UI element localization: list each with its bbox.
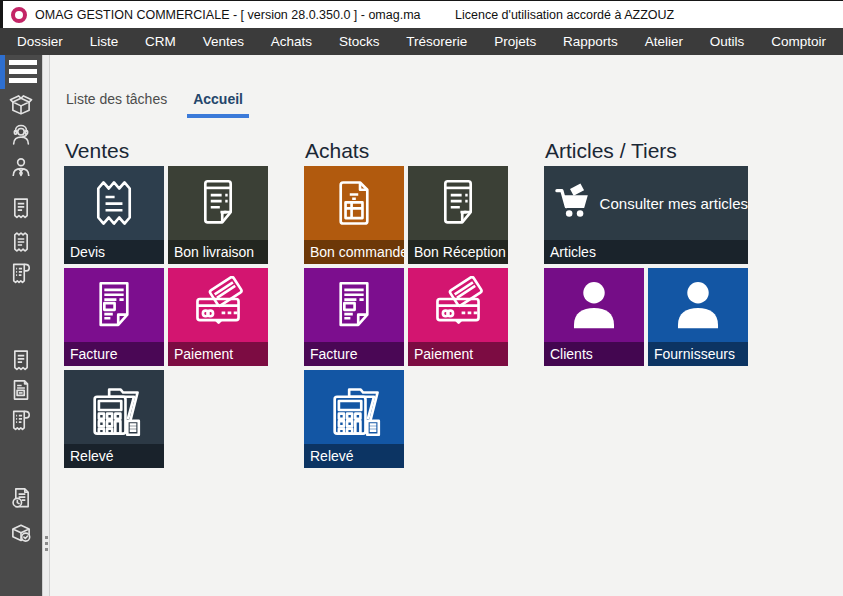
menu-item-crm[interactable]: CRM [145, 34, 176, 49]
package-check-icon[interactable] [8, 520, 34, 546]
section-articles-tiers: Articles / TiersConsulter mes articlesAr… [544, 139, 748, 366]
tab-accueil[interactable]: Accueil [187, 91, 249, 118]
receipt-roll-icon[interactable] [8, 407, 34, 433]
tile-achats-bon-commande[interactable]: Bon commande [304, 166, 404, 264]
tile-articles-tiers-articles[interactable]: Consulter mes articlesArticles [544, 166, 748, 264]
tile-ventes-facture[interactable]: Facture [64, 268, 164, 366]
package-icon[interactable] [8, 92, 34, 118]
tile-label: Bon Réception [408, 240, 508, 264]
section-title-achats: Achats [305, 139, 508, 162]
tile-achats-bon-reception[interactable]: Bon Réception [408, 166, 508, 264]
tile-achats-facture[interactable]: Facture [304, 268, 404, 366]
menu-item-achats[interactable]: Achats [271, 34, 312, 49]
sidebar-splitter[interactable] [42, 55, 50, 596]
title-bar: OMAG GESTION COMMERCIALE - [ version 28.… [0, 0, 843, 28]
tile-label: Paiement [168, 342, 268, 366]
section-ventes: VentesDevisBon livraisonFacturePaiementR… [64, 139, 268, 468]
tab-liste-des-taches[interactable]: Liste des tâches [60, 91, 173, 118]
tile-label: Facture [304, 342, 404, 366]
statement-calculator-icon [304, 370, 404, 444]
receipt-roll-icon[interactable] [8, 260, 34, 286]
invoice-icon [304, 268, 404, 342]
menu-item-stocks[interactable]: Stocks [339, 34, 380, 49]
tile-label: Paiement [408, 342, 508, 366]
invoice-document-icon[interactable] [8, 377, 34, 403]
employee-icon[interactable] [8, 154, 34, 180]
payment-card-icon [168, 268, 268, 342]
tile-ventes-bon-livraison[interactable]: Bon livraison [168, 166, 268, 264]
tile-label: Devis [64, 240, 164, 264]
person-icon [544, 268, 644, 342]
tile-ventes-devis[interactable]: Devis [64, 166, 164, 264]
menu-item-projets[interactable]: Projets [494, 34, 536, 49]
sidebar [0, 55, 42, 596]
tile-grid: Consulter mes articlesArticlesClientsFou… [544, 166, 748, 366]
delivery-note-icon [408, 166, 508, 240]
tile-achats-releve[interactable]: Relevé [304, 370, 404, 468]
support-agent-icon[interactable] [8, 122, 34, 148]
tile-achats-paiement[interactable]: Paiement [408, 268, 508, 366]
tile-ventes-paiement[interactable]: Paiement [168, 268, 268, 366]
tile-label: Bon commande [304, 240, 404, 264]
document-history-icon[interactable] [8, 485, 34, 511]
invoice-icon [64, 268, 164, 342]
content-area: Liste des tâchesAccueil VentesDevisBon l… [50, 55, 843, 596]
tile-label: Relevé [64, 444, 164, 468]
section-achats: AchatsBon commandeBon RéceptionFacturePa… [304, 139, 508, 468]
receipt-icon[interactable] [8, 347, 34, 373]
section-title-articles-tiers: Articles / Tiers [545, 139, 748, 162]
omag-logo-icon [11, 7, 27, 23]
shopping-cart-icon: Consulter mes articles [544, 166, 748, 240]
menu-item-ventes[interactable]: Ventes [203, 34, 244, 49]
tile-caption: Consulter mes articles [600, 195, 748, 212]
menu-item-comptoir[interactable]: Comptoir [771, 34, 826, 49]
menu-item-rapports[interactable]: Rapports [563, 34, 618, 49]
tile-articles-tiers-fournisseurs[interactable]: Fournisseurs [648, 268, 748, 366]
menu-item-atelier[interactable]: Atelier [645, 34, 683, 49]
tile-grid: Bon commandeBon RéceptionFacturePaiement… [304, 166, 508, 468]
ticket-receipt-icon[interactable] [8, 229, 34, 255]
tile-label: Bon livraison [168, 240, 268, 264]
hamburger-menu-icon[interactable] [0, 55, 42, 89]
person-icon [648, 268, 748, 342]
tile-grid: DevisBon livraisonFacturePaiementRelevé [64, 166, 268, 468]
window-title: OMAG GESTION COMMERCIALE - [ version 28.… [35, 8, 421, 22]
menu-bar: DossierListeCRMVentesAchatsStocksTrésore… [0, 28, 843, 55]
tile-articles-tiers-clients[interactable]: Clients [544, 268, 644, 366]
menu-item-dossier[interactable]: Dossier [17, 34, 63, 49]
app-window: OMAG GESTION COMMERCIALE - [ version 28.… [0, 0, 843, 596]
receipt-icon[interactable] [8, 195, 34, 221]
statement-calculator-icon [64, 370, 164, 444]
menu-item-tresorerie[interactable]: Trésorerie [406, 34, 467, 49]
splitter-grip-icon [43, 533, 49, 554]
licence-text: Licence d'utilisation accordé à AZZOUZ [455, 8, 674, 22]
payment-card-icon [408, 268, 508, 342]
main-area: Liste des tâchesAccueil VentesDevisBon l… [0, 55, 843, 596]
tile-ventes-releve[interactable]: Relevé [64, 370, 164, 468]
tab-bar: Liste des tâchesAccueil [60, 91, 249, 118]
purchase-order-icon [304, 166, 404, 240]
menu-item-outils[interactable]: Outils [710, 34, 745, 49]
tile-label: Relevé [304, 444, 404, 468]
receipt-icon [64, 166, 164, 240]
delivery-note-icon [168, 166, 268, 240]
tile-label: Articles [544, 240, 748, 264]
tile-label: Clients [544, 342, 644, 366]
tile-label: Facture [64, 342, 164, 366]
menu-item-liste[interactable]: Liste [90, 34, 119, 49]
tile-label: Fournisseurs [648, 342, 748, 366]
section-title-ventes: Ventes [65, 139, 268, 162]
